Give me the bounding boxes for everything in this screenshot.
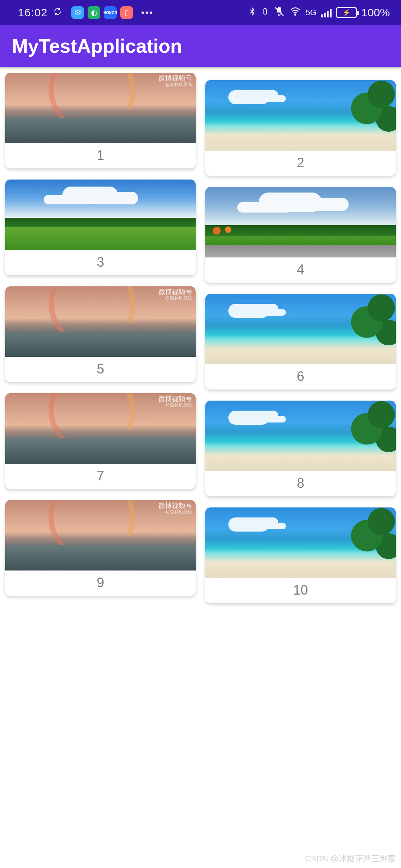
app-title: MyTestApplication [12, 35, 182, 57]
card-label: 8 [205, 471, 396, 496]
image-watermark: 微博视频号@森林风景线 [159, 75, 192, 87]
wifi-icon [289, 6, 301, 19]
card-image [205, 80, 396, 151]
card-label: 5 [5, 357, 196, 382]
image-watermark: 微博视频号@森林风景线 [159, 502, 192, 514]
grid-card[interactable]: 8 [205, 401, 396, 496]
card-image [205, 401, 396, 471]
bluetooth-icon [248, 6, 257, 19]
grid-card[interactable]: 微博视频号@森林风景线5 [5, 286, 196, 382]
grid-card[interactable]: 4 [205, 187, 396, 283]
loop-icon [53, 6, 62, 19]
battery-small-icon [261, 6, 269, 19]
grid-column-right: 246810 [205, 73, 396, 603]
status-bar: 16:02 ✉ ◐ HONOR ▯ ••• 5G ⚡ 100% [0, 0, 401, 25]
card-label: 6 [205, 364, 396, 389]
app-bar: MyTestApplication [0, 25, 401, 67]
card-label: 10 [205, 578, 396, 603]
card-image: 微博视频号@森林风景线 [5, 73, 196, 143]
status-left: 16:02 ✉ ◐ HONOR ▯ ••• [18, 6, 153, 19]
image-watermark: 微博视频号@森林风景线 [159, 289, 192, 301]
grid-card[interactable]: 3 [5, 180, 196, 275]
card-label: 1 [5, 143, 196, 168]
battery-icon: ⚡ [336, 7, 357, 18]
status-clock: 16:02 [18, 6, 48, 19]
image-watermark: 微博视频号@森林风景线 [159, 395, 192, 408]
svg-point-3 [294, 14, 296, 15]
grid-card[interactable]: 2 [205, 80, 396, 176]
card-image: 微博视频号@森林风景线 [5, 286, 196, 357]
card-label: 9 [5, 571, 196, 596]
image-watermark-sub: @森林风景线 [159, 510, 192, 514]
card-image [205, 294, 396, 364]
image-watermark-sub: @森林风景线 [159, 82, 192, 87]
mute-icon [274, 6, 285, 20]
image-watermark-sub: @森林风景线 [159, 296, 192, 301]
status-right: 5G ⚡ 100% [248, 6, 390, 20]
status-app-chips: ✉ ◐ HONOR ▯ [71, 6, 133, 19]
grid-card[interactable]: 微博视频号@森林风景线7 [5, 393, 196, 489]
more-apps-icon: ••• [141, 7, 153, 19]
network-label: 5G [306, 8, 316, 17]
card-image [205, 187, 396, 257]
grid-card[interactable]: 10 [205, 507, 396, 603]
card-label: 3 [5, 250, 196, 275]
card-image: 微博视频号@森林风景线 [5, 393, 196, 464]
card-image [5, 180, 196, 250]
svg-rect-0 [264, 9, 266, 14]
svg-rect-1 [264, 8, 266, 9]
card-label: 4 [205, 257, 396, 283]
honor-icon: HONOR [104, 6, 117, 19]
signal-icon [321, 8, 332, 17]
grid-card[interactable]: 微博视频号@森林风景线9 [5, 500, 196, 596]
book-icon: ▯ [120, 6, 133, 19]
grid-card[interactable]: 微博视频号@森林风景线1 [5, 73, 196, 168]
card-label: 2 [205, 151, 396, 176]
card-label: 7 [5, 464, 196, 489]
battery-percent: 100% [361, 6, 390, 19]
image-watermark-sub: @森林风景线 [159, 403, 192, 408]
grid-column-left: 微博视频号@森林风景线13微博视频号@森林风景线5微博视频号@森林风景线7微博视… [5, 73, 196, 603]
content-area[interactable]: 微博视频号@森林风景线13微博视频号@森林风景线5微博视频号@森林风景线7微博视… [0, 67, 401, 868]
grid-card[interactable]: 6 [205, 294, 396, 389]
card-image [205, 507, 396, 578]
card-image: 微博视频号@森林风景线 [5, 500, 196, 571]
messenger-icon: ✉ [71, 6, 84, 19]
chat-icon: ◐ [88, 6, 100, 19]
